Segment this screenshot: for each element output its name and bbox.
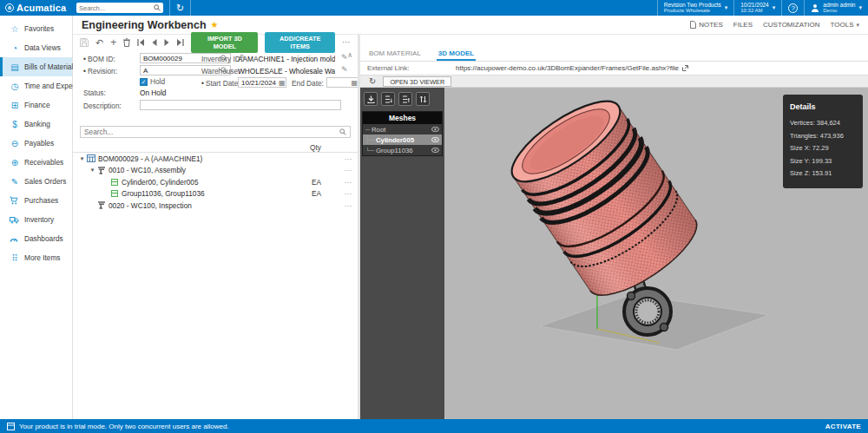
sidebar-item-receivables[interactable]: ⊕Receivables <box>0 153 72 172</box>
toolbar-more-button[interactable]: ⋯ <box>342 38 351 47</box>
row-actions-button[interactable]: ⋯ <box>345 178 352 187</box>
visibility-eye-icon[interactable] <box>431 137 439 142</box>
tab-3d-model[interactable]: 3D MODEL <box>437 48 476 61</box>
collapse-tree-button[interactable] <box>398 92 412 106</box>
visibility-eye-icon[interactable] <box>431 127 439 132</box>
start-date-field[interactable]: 10/21/2024 ▦ <box>238 77 286 88</box>
tree-row-bom[interactable]: ▾ BOM000029 - A (AAMACHINE1) ⋯ <box>73 153 358 165</box>
truck-icon <box>10 216 20 224</box>
calendar-icon[interactable]: ▦ <box>351 79 358 87</box>
sidebar-item-payables[interactable]: ⊖Payables <box>0 134 72 153</box>
open-3d-viewer-button[interactable]: OPEN 3D VIEWER <box>383 76 451 87</box>
divider <box>169 0 170 16</box>
collapse-form-button[interactable]: ∧ <box>347 51 352 59</box>
3d-viewer[interactable]: Meshes ─ Root ├─ Cylinder005 └─ Group110… <box>360 88 868 419</box>
tools-menu-button[interactable]: TOOLS ▾ <box>831 21 860 29</box>
gauge-icon <box>10 235 20 243</box>
last-record-button[interactable] <box>176 39 184 46</box>
calendar-icon[interactable]: ▦ <box>279 79 286 87</box>
row-actions-button[interactable]: ⋯ <box>345 166 352 174</box>
user-name: admin admin <box>823 2 855 8</box>
top-bar: a Acumatica ↻ Revision Two Products Prod… <box>0 0 868 16</box>
global-search[interactable] <box>76 3 163 13</box>
mesh-item-cylinder005[interactable]: ├─ Cylinder005 <box>363 134 442 145</box>
row-actions-button[interactable]: ⋯ <box>345 154 352 163</box>
download-model-button[interactable] <box>364 92 378 106</box>
row-actions-button[interactable]: ⋯ <box>345 189 352 198</box>
expander-icon[interactable]: ▾ <box>89 167 96 174</box>
tree-row-operation-0020[interactable]: 0020 - WC100, Inspection ⋯ <box>73 200 358 212</box>
add-record-button[interactable]: + <box>110 38 116 47</box>
warehouse-label: Warehouse: <box>201 67 240 75</box>
expander-icon[interactable]: ▾ <box>78 155 86 162</box>
sidebar-item-inventory[interactable]: Inventory <box>0 210 72 229</box>
divider <box>190 0 191 16</box>
chevron-down-icon: ▾ <box>773 4 776 11</box>
external-link-url[interactable]: https://acupower-demo.co.uk/3DBomExpande… <box>456 64 679 72</box>
acumatica-logo[interactable]: a Acumatica <box>0 3 73 13</box>
visibility-eye-icon[interactable] <box>431 148 439 153</box>
activate-button[interactable]: ACTIVATE <box>825 423 861 430</box>
details-triangles: Triangles: 473,936 <box>790 130 856 143</box>
bom-id-label: BOM ID: <box>88 55 115 63</box>
tree-row-group[interactable]: Group11036, Group11036 EA ⋯ <box>73 188 358 200</box>
mesh-item-root[interactable]: ─ Root <box>363 124 442 134</box>
checkbox-checked-icon: ✓ <box>140 78 148 86</box>
search-icon <box>339 128 346 135</box>
next-record-button[interactable] <box>164 39 169 46</box>
mesh-item-group11036[interactable]: └─ Group11036 <box>363 145 442 155</box>
hold-checkbox[interactable]: ✓ Hold <box>140 77 165 86</box>
bom-summary-form: ∧ • BOM ID: BOM000029 ✎ • Revision: A ✓ … <box>73 49 358 124</box>
customization-button[interactable]: CUSTOMIZATION <box>763 21 819 29</box>
files-button[interactable]: FILES <box>733 21 753 29</box>
info-icon <box>7 423 15 430</box>
edit-warehouse-icon[interactable]: ✎ <box>341 65 348 74</box>
help-button[interactable]: ? <box>781 0 804 16</box>
sidebar-item-bills-of-material[interactable]: ▤Bills of Material <box>0 57 72 76</box>
tree-row-cylinder[interactable]: Cylinder00, Cylinder005 EA ⋯ <box>73 176 358 188</box>
first-record-button[interactable] <box>137 39 145 46</box>
meshes-panel: Meshes ─ Root ├─ Cylinder005 └─ Group110… <box>362 111 443 156</box>
save-button[interactable] <box>80 38 89 47</box>
tab-bom-material[interactable]: BOM MATERIAL <box>367 48 423 61</box>
notes-button[interactable]: NOTES <box>690 21 723 29</box>
chevron-down-icon: ▾ <box>856 22 859 29</box>
expand-tree-button[interactable] <box>381 92 395 106</box>
sidebar-item-sales-orders[interactable]: ✎Sales Orders <box>0 172 72 191</box>
business-date-icon[interactable]: ↻ <box>176 3 184 13</box>
sidebar-item-purchases[interactable]: Purchases <box>0 191 72 210</box>
tree-search-input[interactable] <box>84 128 339 136</box>
inventory-id-value[interactable]: AAMACHINE1 - Injection molding machine -… <box>238 55 335 63</box>
sidebar-item-dashboards[interactable]: Dashboards <box>0 229 72 248</box>
row-actions-button[interactable]: ⋯ <box>345 201 352 210</box>
work-center-icon <box>96 167 107 174</box>
sort-meshes-button[interactable] <box>416 92 430 106</box>
viewer-buttons <box>360 88 444 109</box>
sidebar-item-favorites[interactable]: ☆Favorites <box>0 19 72 38</box>
user-menu[interactable]: admin admin Demo ▾ <box>804 0 868 16</box>
tenant-selector[interactable]: Revision Two Products Products Wholesale… <box>657 0 734 16</box>
undo-button[interactable]: ↶ <box>95 38 103 47</box>
tree-row-operation-0010[interactable]: ▾ 0010 - WC10, Assembly ⋯ <box>73 165 358 177</box>
description-field[interactable] <box>140 100 341 110</box>
item-cube-icon <box>109 179 120 186</box>
sidebar-item-banking[interactable]: $Banking <box>0 115 72 134</box>
warehouse-value[interactable]: WHOLESALE - Wholesale Warehouse <box>238 67 335 75</box>
date-time-selector[interactable]: 10/21/2024 10:32 AM ▾ <box>733 0 781 16</box>
edit-inventory-icon[interactable]: ✎ <box>341 53 348 62</box>
sidebar-item-time-and-expenses[interactable]: ◷Time and Expenses <box>0 76 72 95</box>
tree-search[interactable] <box>80 126 351 138</box>
detail-tabs: BOM MATERIAL 3D MODEL <box>360 48 868 62</box>
sidebar-item-more-items[interactable]: ⠿More Items <box>0 248 72 267</box>
delete-button[interactable] <box>123 38 130 47</box>
refresh-viewer-icon[interactable]: ↻ <box>369 76 376 86</box>
end-date-field[interactable]: ▦ <box>326 77 361 88</box>
external-link-icon[interactable] <box>682 65 688 71</box>
sidebar-item-data-views[interactable]: ◔Data Views <box>0 38 72 57</box>
sidebar-item-finance[interactable]: ⊞Finance <box>0 95 72 115</box>
global-search-input[interactable] <box>79 4 154 12</box>
work-center-icon <box>96 201 107 209</box>
cart-icon <box>10 196 20 205</box>
favorite-star-icon[interactable]: ★ <box>211 20 219 30</box>
previous-record-button[interactable] <box>152 39 157 46</box>
